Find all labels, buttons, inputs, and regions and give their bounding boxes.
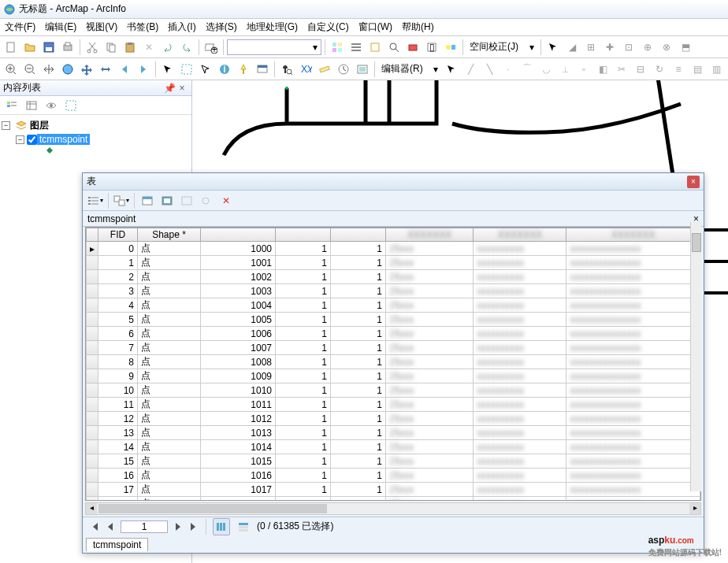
menu-item[interactable]: 插入(I) xyxy=(163,20,200,34)
redo-button[interactable] xyxy=(178,39,195,56)
cell[interactable]: xxxxxxxxxx xyxy=(474,398,566,412)
column-header[interactable]: XXXXXXX xyxy=(386,228,474,242)
cell[interactable]: xxxxxxxxxxxxxxx xyxy=(566,454,700,469)
cell[interactable]: 1008 xyxy=(201,355,276,369)
cell[interactable]: 1016 xyxy=(201,469,276,483)
cell[interactable]: xxxxxxxxxx xyxy=(474,454,566,469)
cell[interactable]: xxxxxxxxxxxxxxx xyxy=(566,497,700,502)
menu-item[interactable]: 帮助(H) xyxy=(397,20,439,34)
table-vscrollbar[interactable] xyxy=(690,222,701,491)
edit-reshape[interactable]: ◧ xyxy=(594,61,611,78)
copy-button[interactable] xyxy=(102,39,120,56)
cell[interactable]: 1 xyxy=(276,369,331,383)
cell[interactable]: xxxxxxxxxx xyxy=(474,355,566,369)
cell[interactable]: xxxxxxxxxx xyxy=(474,412,566,426)
cell[interactable]: xxxxxxxxxxxxxxx xyxy=(566,242,700,256)
cell[interactable] xyxy=(87,440,98,454)
cell[interactable]: 0 xyxy=(98,242,138,256)
cell[interactable]: 11 xyxy=(98,398,138,412)
cell[interactable]: xxxxxxxxxx xyxy=(474,426,566,440)
cell[interactable]: 1015 xyxy=(201,454,276,469)
list-by-source-btn[interactable] xyxy=(23,97,40,114)
cell[interactable]: xxxxxxxxxxxxxxx xyxy=(566,256,700,270)
edit-annotation[interactable]: ╱ xyxy=(462,61,479,78)
pointer-tool[interactable] xyxy=(544,39,562,56)
cell[interactable]: 14 xyxy=(98,440,138,454)
table-row[interactable]: 8点10081125xxxxxxxxxxxxxxxxxxxxxxxxxxxx xyxy=(87,355,700,369)
cell[interactable]: 1 xyxy=(276,298,331,313)
cell[interactable]: 点 xyxy=(138,341,201,355)
cell[interactable] xyxy=(87,256,98,270)
show-selected-btn[interactable] xyxy=(235,518,252,535)
print-button[interactable] xyxy=(59,39,76,56)
cell[interactable]: 17 xyxy=(98,483,138,497)
edit-tool-2[interactable]: ⊞ xyxy=(582,39,600,56)
goto-xy-button[interactable]: XY xyxy=(297,61,314,78)
cell[interactable]: xxxxxxxxxxxxxxx xyxy=(566,341,700,355)
edit-cut[interactable]: ✂ xyxy=(613,61,630,78)
cell[interactable]: ▸ xyxy=(87,242,98,256)
measure-button[interactable] xyxy=(316,61,333,78)
edit-rotate[interactable]: ↻ xyxy=(651,61,668,78)
cell[interactable]: xxxxxxxxxxxxxxx xyxy=(566,398,700,412)
cell[interactable]: xxxxxxxxxx xyxy=(474,256,566,270)
table-row[interactable]: 17点10171125xxxxxxxxxxxxxxxxxxxxxxxxxxxx xyxy=(87,483,700,497)
edit-line[interactable]: ╲ xyxy=(481,61,498,78)
list-by-visibility-btn[interactable] xyxy=(43,97,60,114)
first-record-btn[interactable] xyxy=(89,521,100,532)
menu-item[interactable]: 地理处理(G) xyxy=(242,20,303,34)
cell[interactable]: 点 xyxy=(138,398,201,412)
cell[interactable]: 1009 xyxy=(201,369,276,383)
cell[interactable]: 点 xyxy=(138,426,201,440)
edit-tool-1[interactable]: ◢ xyxy=(563,39,581,56)
fixed-zoom-out[interactable] xyxy=(97,61,114,78)
tree-root-row[interactable]: − 图层 xyxy=(2,118,190,133)
cell[interactable]: xxxxxxxxxxxxxxx xyxy=(566,426,700,440)
cell[interactable]: 13 xyxy=(98,426,138,440)
cell[interactable]: 25xxx xyxy=(386,398,474,412)
python-btn[interactable]: ▯ xyxy=(423,39,440,56)
model-btn[interactable] xyxy=(442,39,459,56)
table-footer-tab[interactable]: tcmmspoint xyxy=(86,538,148,551)
cell[interactable]: xxxxxxxxxxxxxxx xyxy=(566,383,700,398)
column-header[interactable]: FID xyxy=(98,228,138,242)
cell[interactable]: 25xxx xyxy=(386,242,474,256)
column-header[interactable] xyxy=(87,228,98,242)
select-elements[interactable] xyxy=(197,61,214,78)
cell[interactable]: xxxxxxxxxx xyxy=(474,383,566,398)
table-row[interactable]: ▸0点10001125xxxxxxxxxxxxxxxxxxxxxxxxxxxx xyxy=(87,242,700,256)
cell[interactable]: 25xxx xyxy=(386,412,474,426)
cell[interactable]: xxxxxxxxxxxxxxx xyxy=(566,355,700,369)
cell[interactable]: 点 xyxy=(138,454,201,469)
edit-create[interactable]: ▥ xyxy=(708,61,725,78)
search-btn[interactable] xyxy=(385,39,403,56)
table-options-btn[interactable]: ▾ xyxy=(87,192,104,209)
cut-button[interactable] xyxy=(84,39,101,56)
cell[interactable]: 点 xyxy=(138,298,201,313)
cell[interactable]: 1 xyxy=(276,327,331,341)
cell[interactable]: xxxxxxxxxx xyxy=(474,313,566,327)
open-button[interactable] xyxy=(21,39,39,56)
cell[interactable]: 1001 xyxy=(201,256,276,270)
cell[interactable]: 1 xyxy=(331,242,386,256)
cell[interactable]: 1 xyxy=(276,426,331,440)
close-icon[interactable]: × xyxy=(176,83,188,94)
cell[interactable]: 2 xyxy=(98,270,138,284)
cell[interactable]: xxxxxxxxxx xyxy=(474,284,566,298)
menu-item[interactable]: 自定义(C) xyxy=(303,20,354,34)
cell[interactable]: 点 xyxy=(138,355,201,369)
close-button[interactable]: × xyxy=(687,176,700,188)
edit-trace[interactable]: ◡ xyxy=(537,61,555,78)
next-record-btn[interactable] xyxy=(173,521,184,532)
cell[interactable]: 1 xyxy=(98,256,138,270)
cell[interactable]: xxxxxxxxxxxxxxx xyxy=(566,469,700,483)
cell[interactable]: xxxxxxxxxxxxxxx xyxy=(566,412,700,426)
table-window-titlebar[interactable]: 表 × xyxy=(83,173,704,191)
cell[interactable]: 点 xyxy=(138,483,201,497)
edit-tool-6[interactable]: ⊗ xyxy=(658,39,675,56)
pin-icon[interactable]: 📌 xyxy=(163,83,176,94)
zoom-in-button[interactable] xyxy=(2,61,20,78)
cell[interactable] xyxy=(87,454,98,469)
edit-tool-7[interactable]: ⬒ xyxy=(677,39,694,56)
zoom-selected-btn[interactable] xyxy=(198,192,215,209)
